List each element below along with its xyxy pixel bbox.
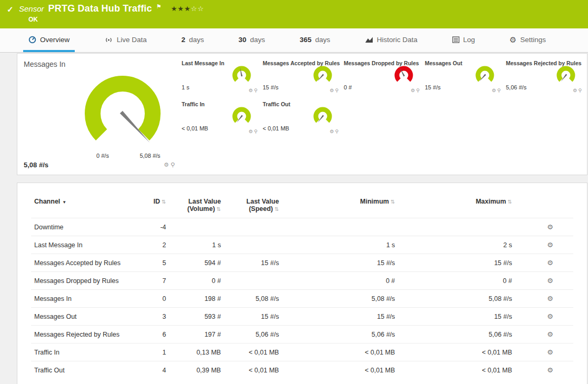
mini-gauge-messages-rejected[interactable]: Messages Rejected by Rules 5,06 #/s ⚙⚲ [506, 60, 587, 101]
channel-name[interactable]: Messages Dropped by Rules [31, 272, 147, 290]
tab-30-days[interactable]: 30 days [233, 28, 271, 52]
mini-gauge-last-message-in[interactable]: Last Message In 1 s ⚙⚲ [182, 60, 263, 101]
last-value-speed: 5,06 #/s [224, 326, 282, 343]
gauge-settings-icon[interactable]: ⚙ [248, 88, 254, 93]
last-value-volume [170, 218, 224, 236]
gauge-settings-icon[interactable]: ⚙ [573, 88, 578, 93]
priority-stars[interactable]: ★★★☆☆ [171, 5, 204, 13]
gauge-value: 15 #/s [425, 84, 441, 90]
channel-name[interactable]: Traffic In [31, 343, 147, 361]
sensor-header-group: Sensor PRTG Data Hub Traffic ⚑ ★★★☆☆ OK [19, 3, 204, 23]
channel-name[interactable]: Messages Accepted by Rules [31, 254, 147, 272]
table-row[interactable]: Traffic Out 4 0,39 MB < 0,01 MB < 0,01 M… [31, 361, 573, 379]
channel-settings-icon[interactable]: ⚙ [547, 223, 553, 231]
table-row[interactable]: Messages Accepted by Rules 5 594 # 15 #/… [31, 254, 573, 272]
favorite-flag-icon[interactable]: ⚑ [156, 3, 162, 10]
tab-settings[interactable]: ⚙ Settings [504, 28, 551, 52]
gauge-pin-icon[interactable]: ⚲ [497, 88, 502, 93]
last-value-speed: 15 #/s [224, 254, 282, 272]
primary-gauge-panel[interactable]: Messages In 0 #/s 5,08 #/s 5,08 #/s ⚙⚲ [17, 54, 182, 175]
channel-id: 3 [147, 308, 169, 326]
gauge-settings-icon[interactable]: ⚙ [248, 129, 254, 134]
star-filled-icon[interactable]: ★ [171, 5, 178, 13]
gauge-settings-icon[interactable]: ⚙ [164, 161, 171, 168]
col-minimum[interactable]: Minimum⇅ [282, 196, 398, 218]
channel-settings-icon[interactable]: ⚙ [547, 295, 553, 302]
channel-settings-icon[interactable]: ⚙ [547, 330, 553, 338]
content-area: Messages In 0 #/s 5,08 #/s 5,08 #/s ⚙⚲ L… [0, 53, 588, 384]
col-last-value-volume[interactable]: Last Value(Volume)⇅ [170, 196, 224, 218]
last-value-volume: 594 # [170, 254, 224, 272]
last-value-speed: < 0,01 MB [224, 343, 282, 361]
gauge-pin-icon[interactable]: ⚲ [578, 88, 583, 93]
last-value-volume: 0,39 MB [170, 361, 224, 379]
gauge[interactable] [311, 64, 334, 84]
channel-name[interactable]: Downtime [31, 218, 147, 236]
star-empty-icon[interactable]: ☆ [191, 5, 198, 13]
channel-name[interactable]: Last Message In [31, 236, 147, 254]
gauge[interactable] [473, 64, 496, 84]
object-kind-label: Sensor [19, 4, 44, 13]
tab-label: Overview [40, 36, 69, 44]
gauge-settings-icon[interactable]: ⚙ [411, 88, 416, 93]
last-value-speed [224, 272, 282, 290]
star-empty-icon[interactable]: ☆ [197, 5, 204, 13]
star-filled-icon[interactable]: ★ [177, 5, 184, 13]
channel-settings-icon[interactable]: ⚙ [547, 241, 553, 249]
col-sublabel: (Speed) [249, 205, 273, 213]
channel-settings-icon[interactable]: ⚙ [547, 277, 553, 285]
maximum-value: 15 #/s [398, 254, 515, 272]
col-last-value-speed[interactable]: Last Value(Speed)⇅ [224, 196, 282, 218]
table-row[interactable]: Messages Out 3 593 # 15 #/s 15 #/s 15 #/… [31, 308, 573, 326]
gauge[interactable] [230, 105, 253, 125]
channel-settings-icon[interactable]: ⚙ [547, 366, 553, 374]
tab-2-days[interactable]: 2 days [176, 28, 209, 52]
tab-overview[interactable]: Overview [23, 28, 75, 52]
gauge-settings-icon[interactable]: ⚙ [330, 129, 335, 134]
gauge-settings-icon[interactable]: ⚙ [492, 88, 497, 93]
table-row[interactable]: Messages In 0 198 # 5,08 #/s 5,08 #/s 5,… [31, 290, 573, 308]
table-row[interactable]: Messages Dropped by Rules 7 0 # 0 # 0 # … [31, 272, 573, 290]
maximum-value: 5,08 #/s [398, 290, 515, 308]
col-maximum[interactable]: Maximum⇅ [398, 196, 515, 218]
gauge-pin-icon[interactable]: ⚲ [254, 88, 258, 93]
col-channel[interactable]: Channel▼ [31, 196, 147, 218]
tab-365-days[interactable]: 365 days [294, 28, 335, 52]
gauge-pin-icon[interactable]: ⚲ [335, 129, 340, 134]
primary-gauge[interactable] [70, 66, 175, 153]
maximum-value: < 0,01 MB [398, 343, 515, 361]
gauge-settings-icon[interactable]: ⚙ [330, 88, 335, 93]
mini-gauge-messages-accepted[interactable]: Messages Accepted by Rules 15 #/s ⚙⚲ [263, 60, 344, 101]
table-row[interactable]: Last Message In 2 1 s 1 s 2 s ⚙ [31, 236, 573, 254]
mini-gauge-messages-out[interactable]: Messages Out 15 #/s ⚙⚲ [425, 60, 506, 101]
gauge[interactable] [230, 64, 253, 84]
channel-name[interactable]: Traffic Out [31, 361, 147, 379]
tab-label: Historic Data [377, 36, 417, 44]
mini-gauge-traffic-out[interactable]: Traffic Out < 0,01 MB ⚙⚲ [263, 101, 344, 142]
col-id[interactable]: ID⇅ [147, 196, 169, 218]
tab-historic-data[interactable]: Historic Data [360, 28, 423, 52]
table-row[interactable]: Traffic In 1 0,13 MB < 0,01 MB < 0,01 MB… [31, 343, 573, 361]
star-filled-icon[interactable]: ★ [184, 5, 191, 13]
gauge[interactable] [311, 105, 334, 125]
channel-settings-icon[interactable]: ⚙ [547, 312, 553, 320]
tab-log[interactable]: Log [447, 28, 481, 52]
table-row[interactable]: Downtime -4 ⚙ [31, 218, 573, 236]
gauge[interactable] [554, 64, 577, 84]
last-value-volume: 197 # [170, 326, 224, 343]
channel-settings-icon[interactable]: ⚙ [547, 348, 553, 356]
channel-name[interactable]: Messages In [31, 290, 147, 308]
mini-gauge-messages-dropped[interactable]: Messages Dropped by Rules 0 # ⚙⚲ [344, 60, 425, 101]
tab-live-data[interactable]: Live Data [99, 28, 152, 52]
channel-name[interactable]: Messages Rejected by Rules [31, 326, 147, 343]
last-value-volume: 0 # [170, 272, 224, 290]
channel-settings-icon[interactable]: ⚙ [547, 259, 553, 267]
mini-gauge-traffic-in[interactable]: Traffic In < 0,01 MB ⚙⚲ [182, 101, 263, 142]
table-row[interactable]: Messages Rejected by Rules 6 197 # 5,06 … [31, 326, 573, 343]
gauge-pin-icon[interactable]: ⚲ [335, 88, 340, 93]
gauge-pin-icon[interactable]: ⚲ [254, 129, 258, 134]
gauge-pin-icon[interactable]: ⚲ [171, 161, 176, 168]
channel-name[interactable]: Messages Out [31, 308, 147, 326]
gauge[interactable] [392, 64, 415, 84]
gauge-pin-icon[interactable]: ⚲ [416, 88, 421, 93]
